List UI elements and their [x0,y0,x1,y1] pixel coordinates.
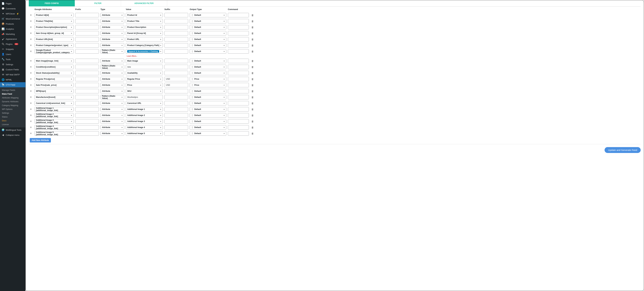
command-input[interactable] [228,65,249,69]
type-select[interactable]: Attribute [100,119,124,124]
value-select[interactable]: Canonical URL [126,101,163,106]
submenu-item-status[interactable]: Status [0,115,26,119]
google-attribute-select[interactable]: Manufacturer[brand] [34,95,74,100]
command-input[interactable] [228,49,249,54]
type-select[interactable]: Pattern (Static Value) [100,49,124,54]
type-select[interactable]: Pattern (Static Value) [100,65,124,69]
output-type-select[interactable]: ⋮Default [190,119,226,124]
output-type-select[interactable]: ⋮Default [190,113,226,118]
delete-row-icon[interactable]: 🗑 [252,84,254,86]
prefix-input[interactable] [75,37,99,42]
prefix-input[interactable] [75,131,99,136]
submenu-item-manage-feeds[interactable]: Manage Feeds [0,88,26,92]
suffix-input[interactable] [164,107,188,112]
suffix-input[interactable] [164,119,188,124]
output-type-select[interactable]: ⋮Price [190,77,226,81]
submenu-item-attributes-mapping[interactable]: Attributes Mapping [0,96,26,100]
google-attribute-select[interactable]: Product Description[description] [34,25,74,30]
command-input[interactable] [228,19,249,24]
delete-row-icon[interactable]: 🗑 [252,60,254,62]
prefix-input[interactable] [75,31,99,36]
drag-handle-icon[interactable]: ≡ [30,50,32,53]
type-select[interactable]: Attribute [100,19,124,24]
suffix-input[interactable] [164,59,188,63]
suffix-input[interactable] [164,31,188,36]
output-type-select[interactable]: ⋮Default [190,101,226,106]
prefix-input[interactable] [75,49,99,54]
suffix-input[interactable] [164,13,188,17]
suffix-input[interactable] [164,19,188,24]
drag-handle-icon[interactable]: ≡ [30,20,32,22]
sidebar-item-tools[interactable]: 🔧Tools [0,57,26,62]
type-select[interactable]: Attribute [100,37,124,42]
command-input[interactable] [228,59,249,63]
google-attribute-select[interactable]: Additional Image 1 [additional_image_lin… [34,107,74,112]
drag-handle-icon[interactable]: ≡ [30,26,32,28]
prefix-input[interactable] [75,83,99,87]
sidebar-item-pages[interactable]: 📄Pages [0,1,26,6]
delete-row-icon[interactable]: 🗑 [252,26,254,28]
sidebar-item-comments[interactable]: 💬Comments [0,6,26,11]
command-input[interactable] [228,89,249,93]
drag-handle-icon[interactable]: ≡ [30,90,32,92]
submenu-item-wp-options[interactable]: WP Options [0,107,26,111]
google-attribute-select[interactable]: Additional Image 3 [additional_image_lin… [34,119,74,124]
suffix-input[interactable] [164,89,188,93]
suffix-input[interactable] [164,71,188,75]
sidebar-item-appearance[interactable]: 🖌Appearance [0,36,26,42]
command-input[interactable] [228,77,249,81]
command-input[interactable] [228,31,249,36]
drag-handle-icon[interactable]: ≡ [30,96,32,98]
prefix-input[interactable] [75,43,99,48]
delete-row-icon[interactable]: 🗑 [252,20,254,22]
delete-row-icon[interactable]: 🗑 [252,132,254,135]
output-type-select[interactable]: ⋮Default [190,125,226,130]
command-input[interactable] [228,43,249,48]
suffix-input[interactable] [164,43,188,48]
google-attribute-select[interactable]: Google Product Category[google_product_c… [34,49,74,54]
sidebar-item-wpclever[interactable]: ✦WPClever⚡ [0,11,26,16]
suffix-input[interactable] [164,49,188,54]
google-attribute-select[interactable]: Product URL[link] [34,37,74,42]
tab-feed-config[interactable]: FEED CONFIG [29,0,75,6]
submenu-item-dynamic-attributes[interactable]: Dynamic Attributes [0,100,26,104]
type-select[interactable]: Attribute [100,113,124,118]
delete-row-icon[interactable]: 🗑 [252,120,254,123]
sidebar-item-wp-mail-smtp[interactable]: ✉WP Mail SMTP [0,72,26,77]
sidebar-item-products[interactable]: 📦Products [0,21,26,26]
google-attribute-select[interactable]: Additional Image 5 [additional_image_lin… [34,131,74,136]
value-select[interactable]: Additional Image 4 [126,125,163,130]
delete-row-icon[interactable]: 🗑 [252,90,254,92]
drag-handle-icon[interactable]: ≡ [30,44,32,46]
prefix-input[interactable] [75,101,99,106]
suffix-input[interactable] [164,125,188,130]
sidebar-item-wpml[interactable]: 🌐WPML [0,77,26,82]
sidebar-item-woocommerce[interactable]: 🛒WooCommerce [0,16,26,21]
output-type-select[interactable]: ⋮Default [190,13,226,17]
prefix-input[interactable] [75,13,99,17]
delete-row-icon[interactable]: 🗑 [252,66,254,68]
sidebar-item-plugins[interactable]: 🔌Plugins11 [0,42,26,46]
command-input[interactable] [228,101,249,106]
tab-filter[interactable]: FILTER [75,0,121,6]
drag-handle-icon[interactable]: ≡ [30,102,32,104]
tab-advanced-filter[interactable]: ADVANCED FILTER [121,0,167,6]
prefix-input[interactable] [75,19,99,24]
submenu-item-category-mapping[interactable]: Category Mapping [0,104,26,107]
value-select[interactable]: Additional Image 5 [126,131,163,136]
type-select[interactable]: Attribute [100,43,124,48]
value-select[interactable]: Additional Image 1 [126,107,163,112]
delete-row-icon[interactable]: 🗑 [252,72,254,74]
prefix-input[interactable] [75,71,99,75]
value-select[interactable]: Additional Image 2 [126,113,163,118]
suffix-input[interactable] [164,25,188,30]
submenu-item-docs[interactable]: Docs [0,119,26,122]
type-select[interactable]: Attribute [100,125,124,130]
type-select[interactable]: Attribute [100,89,124,93]
google-attribute-select[interactable]: Canonical Link[canonical_link] [34,101,74,106]
drag-handle-icon[interactable]: ≡ [30,126,32,129]
delete-row-icon[interactable]: 🗑 [252,114,254,117]
suffix-input[interactable] [164,95,188,100]
google-attribute-select[interactable]: Main Image[image_link] [34,59,74,63]
type-select[interactable]: Attribute [100,107,124,112]
